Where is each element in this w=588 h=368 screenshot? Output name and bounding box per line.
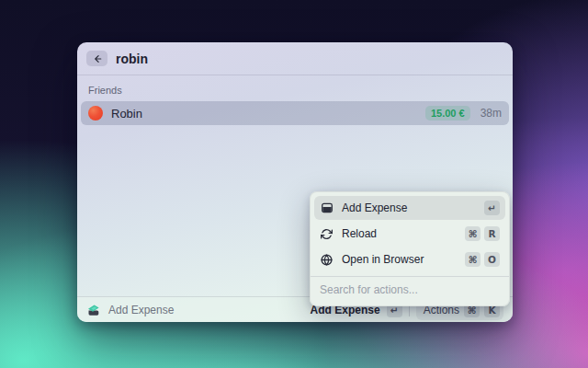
return-key-badge: ↵ bbox=[484, 201, 500, 215]
section-header-friends: Friends bbox=[88, 85, 509, 96]
actions-search-input[interactable] bbox=[314, 277, 505, 302]
arrow-left-icon bbox=[92, 53, 103, 64]
r-key-badge: R bbox=[484, 226, 500, 241]
command-title: Add Expense bbox=[108, 304, 303, 316]
menu-item-label: Add Expense bbox=[342, 201, 476, 214]
menu-item-label: Reload bbox=[342, 227, 457, 240]
search-query[interactable]: robin bbox=[116, 52, 148, 66]
cmd-key-badge: ⌘ bbox=[465, 226, 481, 241]
menu-item-add-expense[interactable]: Add Expense ↵ bbox=[314, 196, 505, 220]
menu-item-open-in-browser[interactable]: Open in Browser ⌘ O bbox=[314, 247, 505, 271]
list-item-robin[interactable]: Robin 15.00 € 38m bbox=[81, 101, 509, 125]
menu-item-reload[interactable]: Reload ⌘ R bbox=[314, 222, 505, 246]
search-bar: robin bbox=[77, 42, 513, 75]
o-key-badge: O bbox=[484, 252, 500, 267]
amount-badge: 15.00 € bbox=[425, 106, 470, 121]
shortcut-keys: ⌘ R bbox=[465, 226, 500, 241]
reload-icon bbox=[320, 227, 334, 241]
back-button[interactable] bbox=[86, 51, 107, 66]
cmd-key-badge: ⌘ bbox=[465, 252, 481, 267]
launcher-window: robin Friends Robin 15.00 € 38m Add Expe… bbox=[77, 42, 513, 322]
globe-icon bbox=[320, 253, 334, 267]
desktop-background: robin Friends Robin 15.00 € 38m Add Expe… bbox=[0, 0, 588, 368]
wallet-icon bbox=[320, 201, 334, 215]
shortcut-keys: ⌘ O bbox=[465, 252, 500, 267]
app-logo-icon bbox=[86, 303, 101, 317]
actions-popup: Add Expense ↵ Reload ⌘ R bbox=[310, 191, 510, 306]
shortcut-keys: ↵ bbox=[484, 201, 500, 215]
friend-name: Robin bbox=[111, 107, 417, 121]
avatar bbox=[88, 106, 103, 121]
time-label: 38m bbox=[481, 107, 502, 120]
menu-item-label: Open in Browser bbox=[342, 253, 457, 266]
